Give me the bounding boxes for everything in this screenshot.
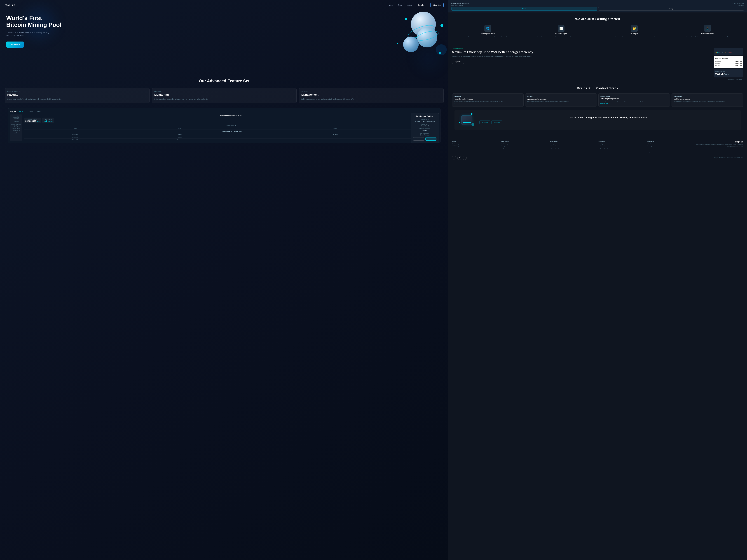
social-arrow[interactable]: →: [463, 156, 467, 160]
footer-link[interactable]: APIs: [550, 149, 597, 151]
footer-link[interactable]: Bug Bounty Program: [550, 147, 597, 149]
modal-field-label-2: Trigger Type: [413, 124, 436, 125]
modal-change-button[interactable]: Change: [426, 137, 436, 140]
preview-text: Last Completed Transaction: [452, 2, 469, 4]
ah-value-2: 239.30 PH/s: [735, 62, 742, 64]
footer-link[interactable]: Live Marketplace: [501, 143, 548, 144]
ps-link-2[interactable]: Discover More >: [527, 103, 595, 105]
feature-desc-2: Get alerted about change in hashrate whe…: [154, 98, 294, 101]
table-row: 02.11.2024 Payout My Wallet: [24, 133, 438, 136]
footer-link[interactable]: APIs: [598, 149, 646, 151]
footer-col-hashmarket2: Hash Market Pool Operators Software Deve…: [550, 140, 597, 153]
footer-link[interactable]: Stratum V2: [452, 147, 499, 149]
signup-button[interactable]: Sign Up: [430, 3, 443, 7]
footer-link[interactable]: Compatible Pools: [501, 147, 548, 149]
api-icon: 📊: [558, 25, 565, 32]
sidebar-mining-btc[interactable]: Mining Account (BTC): [11, 123, 21, 127]
balance-value: 3.41320000 BTC: [25, 120, 40, 122]
mockup-tab-fund[interactable]: Fund: [36, 110, 42, 113]
footer-col-hashmarket1: Hash Market Live Marketplace Pricing Com…: [501, 140, 548, 153]
fi-desc-2: Exporting mining reward data is made str…: [525, 35, 597, 37]
social-twitter[interactable]: t: [452, 156, 456, 160]
footer-link[interactable]: Sample code: [598, 151, 646, 153]
nav-home[interactable]: Home: [388, 4, 393, 6]
footer-col-title-1: Setup: [452, 140, 499, 142]
hero-subtitle: 1 277 692 BTC mined since 2010 Currently…: [6, 31, 50, 37]
footer-link[interactable]: Intro Countdown NEW: [501, 149, 548, 151]
fi-mobile: 📱 Mobile Application Overview of your mi…: [672, 25, 743, 37]
footer-link[interactable]: Media: [647, 147, 694, 149]
feature-label-1: Customizable: [7, 91, 147, 92]
feature-title-1: Payouts: [7, 93, 147, 97]
social-linkedin[interactable]: in: [457, 156, 461, 160]
footer-link[interactable]: About: [647, 143, 694, 144]
mockup-tabs: Mining History Fund: [18, 110, 42, 113]
footer-link[interactable]: Pool Operators: [598, 143, 646, 144]
footer-link[interactable]: Pool Operators: [550, 143, 597, 144]
ps-link-1[interactable]: Discover More >: [454, 103, 522, 105]
product-stack-cards: Bēhance Autotuning Mining Firmware Incre…: [452, 94, 743, 107]
modal-buttons: Cancel Change: [413, 137, 436, 140]
footer-link[interactable]: Software Developers: [550, 145, 597, 146]
preview-date: 02.11.2024: [452, 5, 458, 6]
lp-desc: Keep your SW Pro profitable for longer b…: [452, 55, 711, 58]
modal-cancel-button[interactable]: Cancel: [413, 137, 424, 140]
join-pool-button[interactable]: Join Pool: [6, 42, 24, 48]
fi-api: 📊 API & Data Export Exporting mining rew…: [525, 25, 597, 37]
footer-top: Setup Start Mining ASIC Mining Stratum V…: [452, 140, 743, 153]
scoring-label: Scoring hash rate: [715, 71, 742, 72]
nav-state[interactable]: State: [397, 4, 402, 6]
footer-link[interactable]: Software Development: [598, 145, 646, 146]
fi-multilingual: 🌐 Multilingual Support We provide quick …: [452, 25, 524, 37]
ps-desc-3: The next generation protocol for pooled …: [600, 100, 668, 102]
low-power-section: Low Power Mode Maximum Efficiency up to …: [448, 45, 747, 83]
table-title: Last Completed Transaction: [24, 130, 438, 133]
footer-col-title-4: Developer: [598, 140, 646, 142]
decorative-dot: [397, 43, 398, 44]
sidebar-share-rig[interactable]: Share rig in Faking (BTC): [11, 127, 21, 132]
modal-field-value-3: Weekly: [413, 130, 436, 131]
feature-label-2: Worker: [154, 91, 294, 92]
table-header: Date Type Details: [24, 127, 438, 130]
footer-link[interactable]: ASIC Mining: [452, 145, 499, 146]
fi-desc-4: Overview of your mining activity in your…: [672, 35, 743, 37]
ps-link-4[interactable]: Discover More >: [674, 103, 741, 105]
feature-icons: 🌐 Multilingual Support We provide quick …: [452, 25, 743, 37]
sidebar-wallet[interactable]: Wallet: [11, 132, 21, 134]
lp-title: Maximum Efficiency up to 25% better ener…: [452, 50, 711, 54]
ah-label-3: 24 Hours: [715, 64, 720, 66]
next-payout-label: Next Payout: [44, 118, 53, 120]
footer-link[interactable]: Bug Bounty Program: [598, 147, 646, 149]
mockup-tab-history[interactable]: History: [27, 110, 34, 113]
workers-warning: ⚠ 128: [722, 52, 726, 53]
footer-link[interactable]: Pool Miner: [452, 149, 499, 151]
footer-link[interactable]: Blog: [647, 151, 694, 153]
footer: Setup Start Mining ASIC Mining Stratum V…: [448, 137, 747, 163]
ah-row-1: 5 Minutes 241.60 PH/s: [715, 60, 742, 62]
footer-link[interactable]: Security: [647, 145, 694, 146]
trading-box: [461, 115, 472, 125]
table-row: 30.11.2024 Revenue —: [24, 138, 438, 141]
footer-link[interactable]: Start Mining: [452, 143, 499, 144]
footer-social: t in →: [452, 156, 467, 160]
trading-demo-btn-2[interactable]: Try Demo: [491, 121, 502, 124]
lp-tag: Low Power Mode: [452, 48, 711, 49]
feature-title-2: Monitoring: [154, 93, 294, 97]
ps-link-3[interactable]: Discover More >: [600, 103, 668, 104]
footer-link[interactable]: SlushTalk: [647, 149, 694, 151]
preview-change[interactable]: Change: [598, 7, 744, 10]
trading-demo-btn-1[interactable]: Try Demo: [480, 121, 490, 124]
low-power-demo-button[interactable]: Try Demo: [452, 60, 464, 64]
login-button[interactable]: Log In: [416, 3, 426, 7]
footer-link[interactable]: Pricing: [501, 145, 548, 146]
sidebar-overview[interactable]: Overview: [11, 120, 21, 123]
footer-brand-name: ofsp_ce: [696, 140, 743, 143]
next-payout-value: In 2 days: [44, 120, 53, 122]
nav-news[interactable]: News: [407, 4, 412, 6]
footer-col-company: Company About Security Media SlushTalk B…: [647, 140, 694, 153]
mockup-tab-mining[interactable]: Mining: [18, 110, 25, 113]
left-panel: ofsp_ce Home State News Log In Sign Up: [0, 0, 448, 560]
ps-title-4: World's First Mining Pool: [674, 98, 741, 100]
product-stack-section: Brains Full Product Stack Bēhance Autotu…: [448, 83, 747, 137]
preview-cancel[interactable]: Cancel: [452, 7, 597, 10]
